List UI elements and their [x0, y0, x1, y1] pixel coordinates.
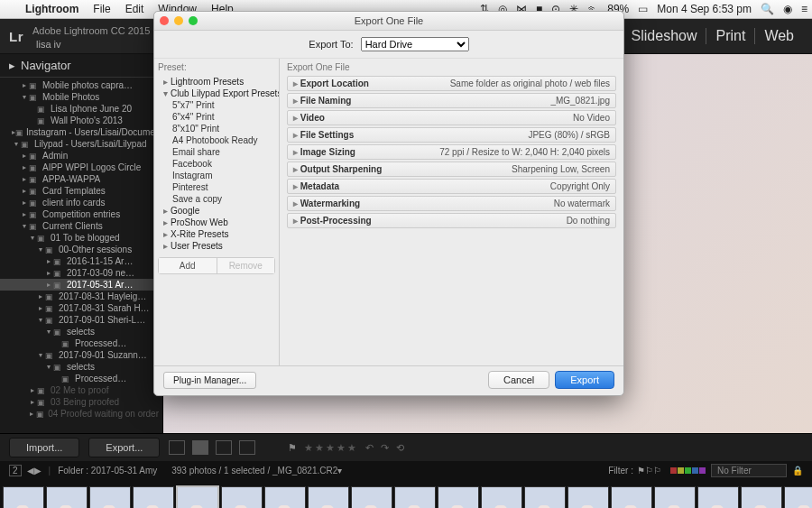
thumbnail[interactable] [351, 486, 392, 508]
preset-item[interactable]: Pinterest [158, 181, 275, 193]
rotate-right-icon[interactable]: ↷ [381, 442, 389, 454]
preset-group[interactable]: ProShow Web [158, 217, 275, 228]
thumbnail[interactable] [3, 486, 44, 508]
folder-row[interactable]: ▸▣Mobile photos capra… [0, 79, 162, 91]
menu-edit[interactable]: Edit [118, 3, 152, 15]
thumbnail[interactable] [654, 486, 696, 508]
thumbnail[interactable] [264, 486, 306, 508]
plugin-manager-button[interactable]: Plug-in Manager... [163, 372, 256, 389]
preset-add-button[interactable]: Add [159, 258, 217, 273]
export-section-watermarking[interactable]: WatermarkingNo watermark [287, 196, 616, 211]
preset-item[interactable]: Save a copy [158, 193, 275, 205]
flag-icon[interactable]: ⚑ [288, 442, 297, 454]
folder-row[interactable]: ▸▣2017-08-31 Hayleig… [0, 291, 162, 302]
folder-row[interactable]: ▸▣02 Me to proof [0, 384, 162, 396]
folder-row[interactable]: ▸▣2017-05-31 Ar… [0, 279, 162, 291]
folder-row[interactable]: ▾▣Mobile Photos [0, 91, 162, 103]
folder-row[interactable]: ▸▣03 Being proofed [0, 396, 162, 408]
folder-row[interactable]: ▸▣client info cards [0, 197, 162, 208]
module-print[interactable]: Print [706, 28, 755, 44]
export-section-file-naming[interactable]: File Naming_MG_0821.jpg [287, 93, 616, 108]
export-section-export-location[interactable]: Export LocationSame folder as original p… [287, 76, 616, 91]
folder-row[interactable]: ▾▣selects [0, 326, 162, 337]
preset-group[interactable]: Club Lilypad Export Presets [158, 88, 275, 99]
thumbnail[interactable] [784, 486, 812, 508]
thumbnail[interactable] [481, 486, 522, 508]
preset-item[interactable]: A4 Photobook Ready [158, 134, 275, 146]
folder-row[interactable]: ▸▣2017-08-31 Sarah H… [0, 302, 162, 314]
filter-lock-icon[interactable]: 🔒 [792, 466, 803, 476]
thumbnail[interactable] [611, 486, 652, 508]
folder-row[interactable]: ▸▣Card Templates [0, 185, 162, 197]
compare-view-icon[interactable] [216, 440, 232, 455]
clock[interactable]: Mon 4 Sep 6:53 pm [652, 3, 756, 15]
nav-fwd-icon[interactable]: ▶ [34, 466, 42, 476]
filmstrip[interactable] [0, 479, 812, 508]
folder-row[interactable]: ▣Processed… [0, 373, 162, 384]
folder-row[interactable]: ▾▣2017-09-01 Sheri-L… [0, 314, 162, 326]
folder-row[interactable]: ▾▣Lilypad - Users/Lisai/Lilypad [0, 138, 162, 150]
folder-row[interactable]: ▸▣Competition entries [0, 208, 162, 220]
battery-icon[interactable]: ▭ [633, 3, 652, 15]
nav-back-icon[interactable]: ◀ [27, 466, 34, 476]
preset-item[interactable]: Instagram [158, 170, 275, 181]
folder-row[interactable]: ▾▣selects [0, 361, 162, 373]
folder-row[interactable]: ▣Lisa Iphone June 20 [0, 103, 162, 115]
thumbnail[interactable] [697, 486, 739, 508]
export-section-image-sizing[interactable]: Image Sizing72 ppi / Resize to W: 2,040 … [287, 144, 616, 160]
spotlight-icon[interactable]: 🔍 [756, 3, 779, 15]
survey-view-icon[interactable] [239, 440, 255, 455]
flag-filter-icon[interactable]: ⚑⚐⚐ [637, 466, 661, 476]
rotate-left-icon[interactable]: ↶ [365, 442, 374, 454]
dialog-titlebar[interactable]: Export One File [154, 12, 623, 31]
export-section-file-settings[interactable]: File SettingsJPEG (80%) / sRGB [287, 127, 616, 143]
thumbnail[interactable] [221, 486, 263, 508]
app-menu[interactable]: Lightroom [18, 3, 86, 15]
sync-icon[interactable]: ⟲ [396, 442, 404, 454]
import-button[interactable]: Import... [9, 438, 79, 457]
loupe-view-icon[interactable] [192, 440, 208, 455]
navigator-panel-header[interactable]: Navigator [0, 54, 162, 78]
preset-item[interactable]: Email share [158, 146, 275, 158]
folder-row[interactable]: ▾▣2017-09-01 Suzann… [0, 349, 162, 361]
thumbnail[interactable] [176, 485, 219, 508]
grid-view-icon[interactable] [169, 440, 185, 455]
module-web[interactable]: Web [755, 28, 803, 44]
export-confirm-button[interactable]: Export [555, 371, 614, 389]
thumbnail[interactable] [524, 486, 566, 508]
preset-group[interactable]: X-Rite Presets [158, 228, 275, 240]
folder-row[interactable]: ▾▣01 To be blogged [0, 232, 162, 244]
notifications-icon[interactable]: ≡ [797, 3, 812, 15]
folder-row[interactable]: ▸▣Instagram - Users/Lisai/Documen… [0, 126, 162, 138]
preset-item[interactable]: 8"x10" Print [158, 123, 275, 134]
preset-item[interactable]: 5"x7" Print [158, 99, 275, 111]
thumbnail[interactable] [741, 486, 782, 508]
folder-row[interactable]: ▸▣2017-03-09 ne… [0, 267, 162, 279]
thumbnail[interactable] [438, 486, 479, 508]
folder-name[interactable]: 2017-05-31 Amy [91, 466, 157, 476]
folder-row[interactable]: ▸▣2016-11-15 Ar… [0, 255, 162, 267]
thumbnail[interactable] [567, 486, 609, 508]
folder-row[interactable]: ▸▣AIPP WPPI Logos Circle [0, 162, 162, 173]
thumbnail[interactable] [46, 486, 88, 508]
export-section-metadata[interactable]: MetadataCopyright Only [287, 179, 616, 194]
thumbnail[interactable] [89, 486, 131, 508]
preset-group[interactable]: User Presets [158, 240, 275, 252]
preset-item[interactable]: Facebook [158, 158, 275, 170]
preset-group[interactable]: Google [158, 205, 275, 217]
second-window-icon[interactable]: 2 [9, 465, 22, 476]
folder-row[interactable]: ▾▣Current Clients [0, 220, 162, 232]
filter-preset-dropdown[interactable]: No Filter [711, 464, 787, 477]
export-section-video[interactable]: VideoNo Video [287, 110, 616, 125]
preset-group[interactable]: Lightroom Presets [158, 76, 275, 88]
menu-file[interactable]: File [86, 3, 117, 15]
module-slideshow[interactable]: Slideshow [623, 28, 707, 44]
folder-row[interactable]: ▸▣Admin [0, 150, 162, 162]
export-to-dropdown[interactable]: Hard Drive [361, 37, 469, 51]
preset-item[interactable]: 6"x4" Print [158, 111, 275, 123]
star-rating[interactable]: ★★★★★ [304, 442, 358, 454]
folder-row[interactable]: ▸▣APPA-WAPPA [0, 173, 162, 185]
export-section-post-processing[interactable]: Post-ProcessingDo nothing [287, 213, 616, 228]
color-filter[interactable] [670, 467, 706, 474]
thumbnail[interactable] [308, 486, 349, 508]
